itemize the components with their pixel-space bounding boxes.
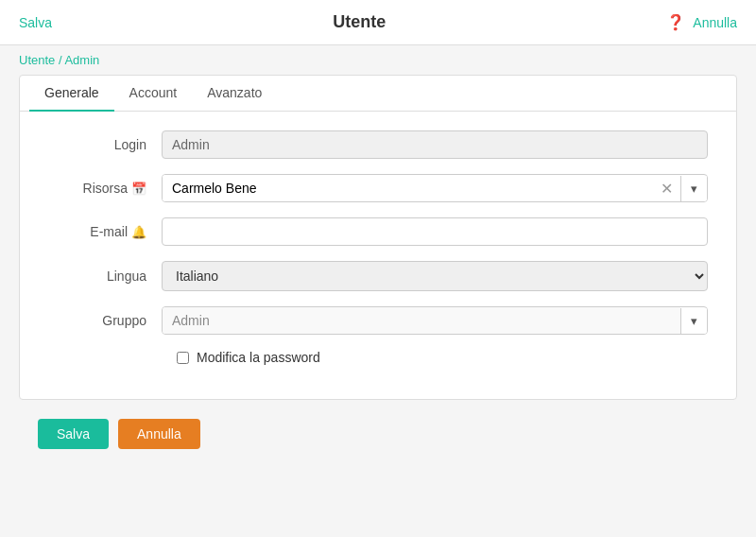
risorsa-label: Risorsa 📅 [48,181,162,196]
tab-generale[interactable]: Generale [29,76,114,112]
gruppo-input[interactable] [163,307,680,334]
risorsa-dropdown-button[interactable]: ▾ [680,176,707,201]
breadcrumb: Utente / Admin [0,45,756,75]
risorsa-row: Risorsa 📅 ✕ ▾ [48,174,708,202]
login-input[interactable] [162,130,708,159]
risorsa-clear-button[interactable]: ✕ [653,180,680,198]
gruppo-input-group: ▾ [162,306,708,335]
tabs: Generale Account Avanzato [20,76,736,112]
password-row: Modifica la password [48,350,708,365]
login-label: Login [48,137,162,152]
breadcrumb-text: Utente / Admin [19,53,99,67]
modifica-password-checkbox[interactable] [177,352,189,364]
calendar-icon: 📅 [131,182,146,196]
gruppo-label: Gruppo [48,313,162,328]
lingua-label: Lingua [48,268,162,284]
bottom-cancel-button[interactable]: Annulla [118,419,200,449]
main-content: Generale Account Avanzato Login Risorsa … [0,75,756,487]
bottom-buttons: Salva Annulla [19,400,737,468]
form-card: Generale Account Avanzato Login Risorsa … [19,75,737,400]
lingua-wrap: Italiano English Español Français [162,261,708,291]
header-save-link[interactable]: Salva [19,15,52,30]
login-row: Login [48,130,708,159]
gruppo-row: Gruppo ▾ [48,306,708,335]
email-input[interactable] [162,217,708,246]
top-bar: Salva Utente ❓ Annulla [0,0,756,45]
tab-content-generale: Login Risorsa 📅 ✕ ▾ [20,112,736,399]
header-cancel-link[interactable]: Annulla [693,15,737,30]
top-bar-left: Salva [19,15,52,30]
bell-icon: 🔔 [131,225,146,239]
tab-account[interactable]: Account [114,76,193,112]
risorsa-input[interactable] [163,175,653,201]
bottom-save-button[interactable]: Salva [38,419,109,449]
page-title: Utente [333,12,386,32]
login-wrap [162,130,708,159]
gruppo-dropdown-button[interactable]: ▾ [680,308,707,334]
risorsa-input-group: ✕ ▾ [162,174,708,202]
help-icon[interactable]: ❓ [666,13,685,31]
email-wrap [162,217,708,246]
email-label: E-mail 🔔 [48,224,162,239]
tab-avanzato[interactable]: Avanzato [192,76,277,112]
lingua-row: Lingua Italiano English Español Français [48,261,708,291]
lingua-select[interactable]: Italiano English Español Français [162,261,708,291]
modifica-password-label[interactable]: Modifica la password [197,350,320,365]
risorsa-wrap: ✕ ▾ [162,174,708,202]
top-bar-right: ❓ Annulla [666,13,737,31]
email-row: E-mail 🔔 [48,217,708,246]
gruppo-wrap: ▾ [162,306,708,335]
